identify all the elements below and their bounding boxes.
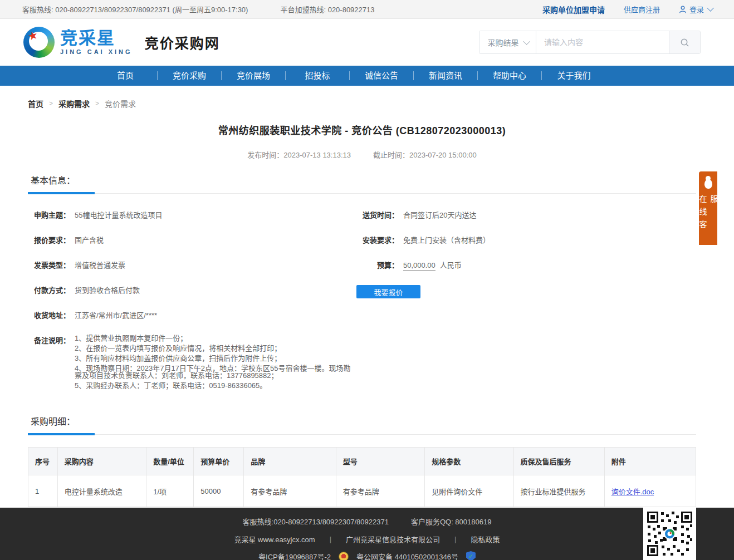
nav-item-help-center[interactable]: 帮助中心: [478, 71, 542, 80]
breadcrumb-separator: >: [95, 100, 99, 107]
col-content: 采购内容: [57, 448, 146, 475]
nav-item-integrity-notice[interactable]: 诚信公告: [350, 71, 414, 80]
col-warranty: 质保及售后服务: [513, 448, 604, 475]
col-quantity: 数量/单位: [146, 448, 194, 475]
page-title: 常州纺织服装职业技术学院 - 竞价公告 (CB128072023000013): [28, 122, 696, 137]
nav-item-bidding-purchase[interactable]: 竞价采购: [158, 71, 222, 80]
col-spec: 规格参数: [425, 448, 513, 475]
col-model: 型号: [336, 448, 424, 475]
field-value: 合同签订后20天内送达: [403, 209, 476, 220]
footer-qq: 客户服务QQ: 800180619: [411, 516, 492, 527]
field-delivery-time: 送货时间： 合同签订后20天内送达: [356, 209, 696, 220]
field-budget: 预算： 50,000.00 人民币: [356, 259, 696, 271]
breadcrumb-separator: >: [49, 100, 53, 107]
platform-hotline: 平台加盟热线: 020-80922713: [280, 4, 374, 14]
site-footer: 客服热线:020-80922713/80922307/80922371 客户服务…: [0, 508, 734, 560]
basic-info-grid: 申购主题： 55幢电控计量系统改造项目 报价要求： 国产含税 发票类型： 增值税…: [28, 209, 696, 392]
field-subject: 申购主题： 55幢电控计量系统改造项目: [28, 209, 356, 220]
online-service-label: 在线客服: [697, 195, 720, 245]
search-category-select[interactable]: 采购结果: [479, 31, 536, 53]
remark-line: 1、提供营业执照副本复印件一份；: [75, 335, 356, 342]
deadline-time: 截止时间：2023-07-20 15:00:00: [373, 149, 477, 160]
table-header-row: 序号 采购内容 数量/单位 预算单价 品牌 型号 规格参数 质保及售后服务 附件: [28, 448, 696, 475]
remark-line: 5、采购经办联系人：丁老师；联系电话：0519-86336065。: [75, 382, 356, 389]
section-divider: [28, 434, 696, 435]
publish-time: 发布时间：2023-07-13 13:13:13: [247, 149, 351, 160]
cell-quantity: 1/项: [146, 475, 194, 507]
footer-police-record: 粤公网安备 44010502001346号: [356, 551, 458, 560]
qr-code: [643, 508, 696, 560]
brand-logo[interactable]: ★ 竞采星 JING CAI XING 竞价采购网: [23, 27, 220, 58]
person-icon: [679, 6, 687, 13]
nav-item-tenders[interactable]: 招投标: [286, 71, 350, 80]
breadcrumb-home[interactable]: 首页: [28, 98, 43, 109]
budget-amount: 50,000.00: [403, 261, 435, 271]
nav-item-bidding-hall[interactable]: 竞价展场: [222, 71, 286, 80]
detail-section-title: 采购明细：: [28, 414, 696, 434]
field-value: 增值税普通发票: [75, 259, 125, 270]
field-value: 江苏省/常州市/武进区/****: [75, 310, 157, 320]
field-label: 报价要求：: [28, 234, 70, 245]
announcement-times: 发布时间：2023-07-13 13:13:13 截止时间：2023-07-20…: [28, 149, 696, 160]
site-header: ★ 竞采星 JING CAI XING 竞价采购网 采购结果: [0, 19, 734, 66]
field-label: 预算：: [356, 259, 399, 270]
main-content: 首页 > 采购需求 > 竞价需求 常州纺织服装职业技术学院 - 竞价公告 (CB…: [28, 86, 696, 533]
field-quote-requirement: 报价要求： 国产含税: [28, 234, 356, 245]
basic-info-title: 基本信息：: [28, 173, 696, 193]
logo-icon: ★: [23, 27, 55, 58]
top-bar: 客服热线: 020-80922713/80922307/80922371 (周一…: [0, 0, 734, 19]
login-menu[interactable]: 登录: [679, 4, 712, 14]
nav-item-about-us[interactable]: 关于我们: [542, 71, 606, 80]
login-label: 登录: [689, 4, 704, 14]
detail-section-head: 采购明细：: [28, 414, 696, 435]
breadcrumb-current: 竞价需求: [105, 98, 136, 109]
field-delivery-address: 收货地址： 江苏省/常州市/武进区/****: [28, 310, 356, 320]
purchaser-join-link[interactable]: 采购单位加盟申请: [542, 4, 605, 15]
cell-brand: 有参考品牌: [244, 475, 336, 507]
footer-company-link[interactable]: 广州竞采星信息技术有限公司: [346, 534, 440, 544]
field-payment-method: 付款方式： 货到验收合格后付款: [28, 284, 356, 295]
service-hotline: 客服热线: 020-80922713/80922307/80922371 (周一…: [22, 4, 248, 14]
footer-hotline: 客服热线:020-80922713/80922307/80922371: [243, 516, 389, 527]
breadcrumb-purchase-demand[interactable]: 采购需求: [58, 98, 90, 109]
nav-item-home[interactable]: 首页: [94, 71, 158, 80]
field-installation: 安装要求： 免费上门安装（含材料费）: [356, 234, 696, 245]
quote-button[interactable]: 我要报价: [356, 285, 420, 298]
basic-info-section-head: 基本信息：: [28, 173, 696, 194]
field-label: 备注说明：: [28, 335, 70, 345]
footer-separator: |: [330, 535, 331, 543]
online-service-tab[interactable]: 在线客服: [699, 171, 717, 245]
col-index: 序号: [28, 448, 58, 475]
footer-brand-link[interactable]: 竞采星 www.easyjcx.com: [234, 534, 315, 544]
field-value: 55幢电控计量系统改造项目: [75, 209, 162, 220]
search-box: 采购结果: [479, 31, 701, 54]
purchase-detail-table: 序号 采购内容 数量/单位 预算单价 品牌 型号 规格参数 质保及售后服务 附件…: [28, 447, 696, 507]
col-brand: 品牌: [244, 448, 336, 475]
supplier-register-link[interactable]: 供应商注册: [624, 4, 660, 14]
cell-content: 电控计量系统改造: [57, 475, 146, 507]
cell-spec: 见附件询价文件: [425, 475, 513, 507]
nav-item-news[interactable]: 新闻资讯: [414, 71, 478, 80]
chevron-down-icon: [707, 4, 714, 12]
col-unit-price: 预算单价: [194, 448, 244, 475]
table-row: 1 电控计量系统改造 1/项 50000 有参考品牌 有参考品牌 见附件询价文件…: [28, 475, 696, 507]
footer-privacy-link[interactable]: 隐私政策: [471, 534, 500, 544]
star-icon: ★: [26, 28, 40, 43]
budget-currency: 人民币: [440, 259, 462, 270]
search-button[interactable]: [669, 31, 700, 53]
field-label: 申购主题：: [28, 209, 70, 220]
section-divider: [28, 193, 696, 194]
search-category-value: 采购结果: [488, 37, 519, 48]
site-name: 竞价采购网: [145, 32, 220, 52]
logo-text-en: JING CAI XING: [60, 49, 133, 55]
field-label: 付款方式：: [28, 284, 70, 295]
cell-warranty: 按行业标准提供服务: [513, 475, 604, 507]
field-value: 免费上门安装（含材料费）: [403, 234, 490, 245]
field-value: 国产含税: [75, 234, 104, 245]
main-nav: 首页 竞价采购 竞价展场 招投标 诚信公告 新闻资讯 帮助中心 关于我们: [0, 66, 734, 86]
search-input[interactable]: [536, 31, 669, 53]
search-icon: [680, 38, 689, 47]
field-label: 发票类型：: [28, 259, 70, 270]
attachment-link[interactable]: 询价文件.doc: [611, 488, 654, 496]
field-remarks: 备注说明： 1、提供营业执照副本复印件一份； 2、在报价一览表内填写报价及响应情…: [28, 335, 356, 392]
